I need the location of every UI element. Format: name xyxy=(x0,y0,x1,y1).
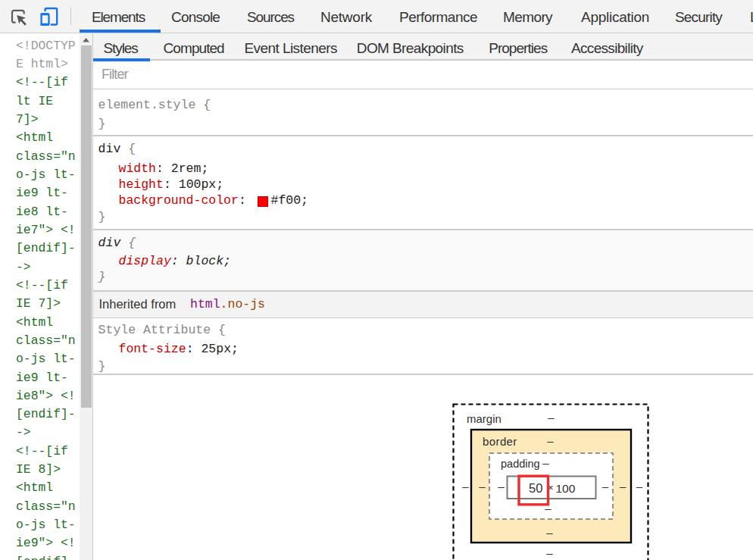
svg-text:–: – xyxy=(479,480,486,493)
svg-text:–: – xyxy=(546,526,553,539)
svg-text:–: – xyxy=(498,480,505,493)
svg-text:–: – xyxy=(636,480,643,493)
svg-text:–: – xyxy=(542,456,549,469)
svg-text:–: – xyxy=(548,411,555,424)
svg-text:–: – xyxy=(547,434,554,447)
svg-text:50: 50 xyxy=(529,481,542,495)
svg-text:border: border xyxy=(483,435,517,448)
svg-text:–: – xyxy=(546,546,553,559)
svg-text:–: – xyxy=(620,480,626,493)
svg-text:–: – xyxy=(602,480,609,493)
svg-text:margin: margin xyxy=(467,412,501,425)
svg-text:padding: padding xyxy=(501,458,540,470)
svg-text:–: – xyxy=(462,480,469,493)
svg-text:100: 100 xyxy=(556,482,576,495)
